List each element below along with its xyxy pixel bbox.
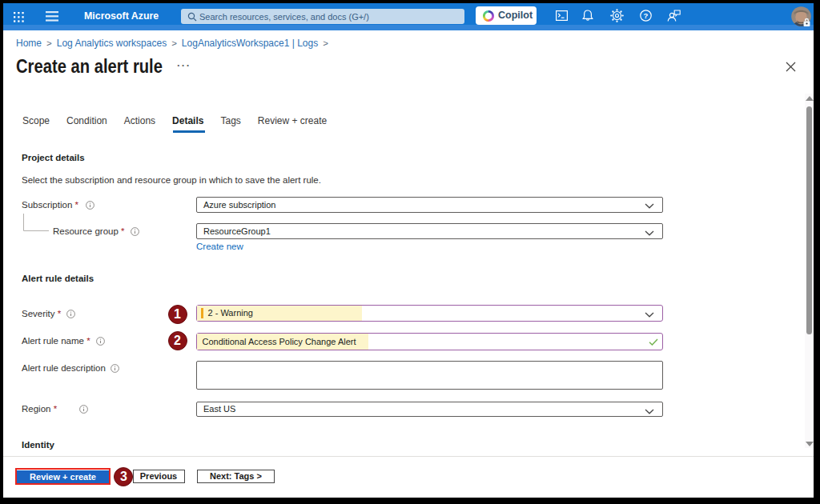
svg-text:?: ? [644, 11, 649, 20]
